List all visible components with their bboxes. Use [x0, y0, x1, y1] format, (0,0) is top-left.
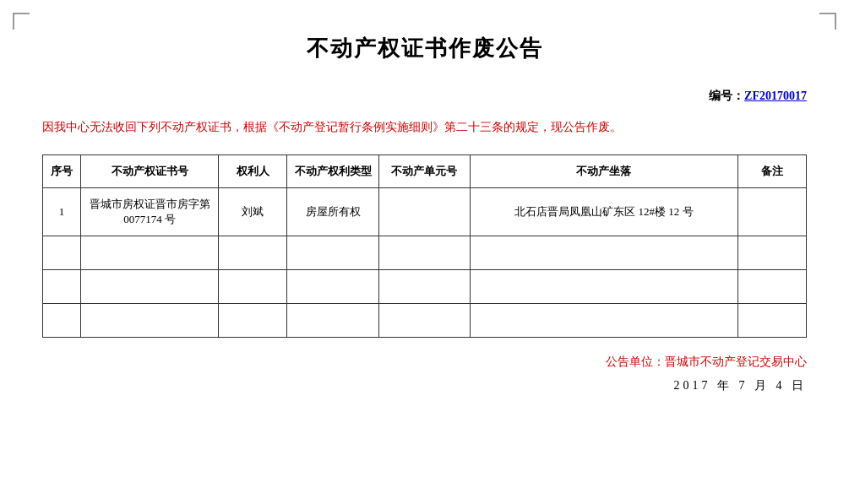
header-holder: 权利人	[218, 155, 286, 188]
intro-text: 因我中心无法收回下列不动产权证书，根据《不动产登记暂行条例实施细则》第二十三条的…	[42, 117, 807, 138]
table-row	[43, 304, 807, 338]
corner-mark-tr	[819, 13, 836, 30]
table-cell	[471, 236, 737, 270]
table-cell	[378, 188, 470, 236]
table-cell	[737, 188, 806, 236]
table-cell	[378, 236, 470, 270]
table-cell	[287, 270, 378, 304]
table-cell	[43, 236, 81, 270]
footer-org: 公告单位：晋城市不动产登记交易中心	[42, 355, 807, 370]
table-cell	[471, 270, 737, 304]
table-row: 1晋城市房权证晋市房字第 0077174 号刘斌房屋所有权北石店晋局凤凰山矿东区…	[43, 188, 807, 236]
header-note: 备注	[737, 155, 806, 188]
table-cell	[287, 304, 378, 338]
table-cell	[81, 270, 219, 304]
header-seq: 序号	[43, 155, 81, 188]
table-cell: 北石店晋局凤凰山矿东区 12#楼 12 号	[471, 188, 737, 236]
table-cell	[471, 304, 737, 338]
footer-date: 2017 年 7 月 4 日	[42, 378, 807, 393]
table-cell: 晋城市房权证晋市房字第 0077174 号	[81, 188, 219, 236]
doc-number-label: 编号：	[709, 89, 744, 102]
page-container: 不动产权证书作废公告 编号：ZF20170017 因我中心无法收回下列不动产权证…	[0, 0, 849, 504]
header-type: 不动产权利类型	[287, 155, 378, 188]
table-row	[43, 270, 807, 304]
table-cell: 房屋所有权	[287, 188, 378, 236]
table-cell	[81, 236, 219, 270]
main-table: 序号 不动产权证书号 权利人 不动产权利类型 不动产单元号 不动产坐落 备注 1…	[42, 154, 807, 338]
corner-mark-tl	[13, 13, 30, 30]
table-cell	[737, 270, 806, 304]
header-location: 不动产坐落	[471, 155, 737, 188]
table-cell	[218, 304, 286, 338]
doc-number-value: ZF20170017	[744, 89, 807, 102]
table-container: 序号 不动产权证书号 权利人 不动产权利类型 不动产单元号 不动产坐落 备注 1…	[42, 154, 807, 338]
table-row	[43, 236, 807, 270]
table-cell	[378, 270, 470, 304]
page-title: 不动产权证书作废公告	[42, 34, 807, 63]
table-cell	[218, 270, 286, 304]
header-cert: 不动产权证书号	[81, 155, 219, 188]
table-cell: 刘斌	[218, 188, 286, 236]
table-cell	[218, 236, 286, 270]
table-cell	[287, 236, 378, 270]
table-cell	[81, 304, 219, 338]
table-header-row: 序号 不动产权证书号 权利人 不动产权利类型 不动产单元号 不动产坐落 备注	[43, 155, 807, 188]
doc-number: 编号：ZF20170017	[42, 89, 807, 104]
table-cell	[43, 304, 81, 338]
header-unit: 不动产单元号	[378, 155, 470, 188]
table-cell	[737, 304, 806, 338]
table-cell	[378, 304, 470, 338]
table-cell	[737, 236, 806, 270]
table-cell	[43, 270, 81, 304]
table-cell: 1	[43, 188, 81, 236]
